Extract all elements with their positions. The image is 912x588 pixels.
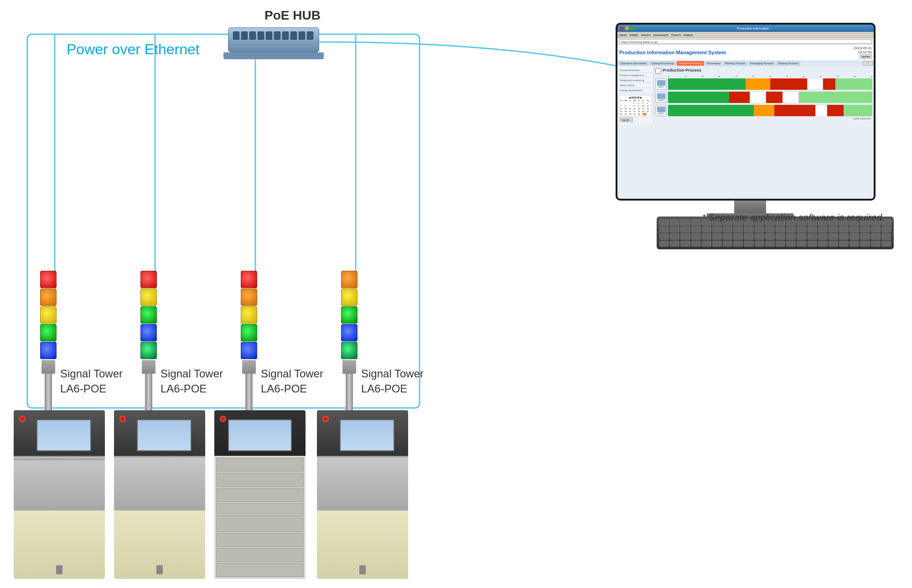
nav-packing[interactable]: Packing Process [776,61,800,66]
tower-seg-orange-3 [241,289,257,306]
machine-3-slats [214,456,306,579]
tower-seg-red-2 [140,271,157,288]
machine-1-slot [56,565,62,574]
pims-section-checkbox[interactable] [655,68,661,74]
machine-2-middle [114,456,205,511]
hub-port [274,31,280,40]
tower-label-4: Signal Tower LA6-POE [361,366,424,397]
sidebar-actual[interactable]: Actual information [619,68,652,73]
machine-4 [317,410,408,579]
sidebar-alarm[interactable]: Alarm history [619,83,652,88]
hub-port [299,31,305,40]
hub-port [266,31,272,40]
machine-4-middle [317,456,408,511]
hub-port [233,31,239,40]
ie-toolbar-edit: Edit(E) [630,34,638,36]
tower-label-line1-1: Signal Tower [60,366,123,382]
hub-port [290,31,297,40]
nav-production[interactable]: Production Process [677,61,704,66]
pims-unit-row-2: Unit 2 [655,92,872,103]
hub-base [223,52,324,59]
monitor: Production Information File(F) Edit(E) V… [616,23,876,201]
tower-label-line2-4: LA6-POE [361,381,424,397]
signal-tower-1 [40,271,57,410]
machine-2-screen [137,419,192,451]
nav-packaging[interactable]: Packaging Process [748,61,775,66]
machine-3-indicator [220,416,226,422]
svg-rect-0 [27,34,420,408]
tower-seg-orange-4 [341,271,358,288]
nav-planting[interactable]: Planting Process [723,61,747,66]
machine-2 [114,410,205,579]
nav-operation[interactable]: Operation information [618,61,648,66]
sidebar-energy[interactable]: Energy consumption [619,88,652,93]
pims-bar-ltgreen-3 [844,105,872,116]
pims-sidebar: Actual information Process management Eq… [617,67,654,124]
pims-unit-icon-3: Unit 3 [655,105,667,116]
hub-ports [228,28,319,43]
pims-title: Production Information Management System [619,50,726,55]
pims-update-btn[interactable]: Update [860,54,872,59]
nav-cutting[interactable]: Cutting/Processing [649,61,676,66]
pims-header: Production Information Management System… [617,45,874,60]
ie-toolbar-file: File(F) [619,34,627,36]
poe-hub-device [228,27,319,62]
hub-port [241,31,248,40]
tower-label-2: Signal Tower LA6-POE [161,366,223,397]
machine-2-stripe [114,456,205,458]
pims-bar-red-1 [770,78,807,90]
sidebar-process[interactable]: Process management [619,73,652,78]
pims-bar-red2-3 [827,105,844,116]
hub-body [228,27,319,52]
tower-label-line2-3: LA6-POE [261,381,323,397]
machine-1-middle [14,456,105,511]
nav-processing[interactable]: Processing [705,61,722,66]
pims-bar-ltgreen-1 [835,78,872,90]
sidebar-equipment[interactable]: Equipment monitoring [619,78,652,83]
hub-port [307,31,313,40]
machine-4-screen [340,419,394,451]
pims-time: 14:32:54 [854,50,872,54]
machine-1-bottom [14,511,105,579]
pims-logout-btn[interactable]: Log out... [620,118,633,122]
pims-bar-white-3 [815,105,828,116]
power-over-ethernet-label: Power over Ethernet [67,41,200,58]
machine-4-slot [359,565,366,574]
tower-seg-green2-2 [140,342,157,359]
pims-bar-container-3 [668,105,872,116]
app-note: * Separate application software is requi… [702,212,885,223]
tower-label-3: Signal Tower LA6-POE [261,366,323,397]
tower-pole-4 [346,374,353,410]
pims-unit-row-3: Unit 3 [655,105,872,116]
hub-port [282,31,289,40]
pims-main: Production Process ■■■■■■■■■■■■■ [654,67,874,124]
tower-seg-red-1 [40,271,57,288]
machine-1 [14,410,105,579]
tower-connector-1 [41,360,55,374]
pims-bar-green-1 [668,78,746,90]
tower-connector-2 [142,360,155,374]
machine-3-screen [228,419,292,451]
hub-port [258,31,264,40]
tower-label-1: Signal Tower LA6-POE [60,366,123,397]
pims-bar-orange-1 [746,78,770,90]
address-bar: https://monitoring.patlite.co.jp/... [619,39,872,44]
pims-bar-container-2 [668,92,872,103]
tower-label-line1-4: Signal Tower [361,366,424,382]
tower-connector-4 [342,360,356,374]
machine-1-stripe2 [14,459,105,460]
tower-label-line1-2: Signal Tower [161,366,223,382]
pims-nav: Operation information Cutting/Processing… [617,60,874,67]
machine-3-top [214,410,306,456]
machine-4-stripe [317,456,408,458]
tower-seg-green-1 [40,324,57,341]
ie-toolbar-view: View(V) [641,34,651,36]
pims-bar-green-2 [668,92,729,103]
pims-bar-container-1 [668,78,872,90]
signal-tower-3 [241,271,257,410]
machine-4-indicator [322,416,329,422]
main-diagram: PoE HUB Power over Ethernet [0,0,912,588]
pims-time-header: ■■■■■■■■■■■■■ [668,75,872,77]
pims-unit-icon-2: Unit 2 [655,92,667,103]
tower-label-line2-1: LA6-POE [60,381,123,397]
